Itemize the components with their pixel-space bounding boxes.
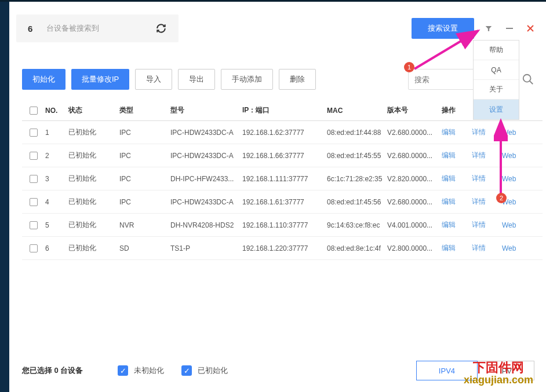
annotation-arrow-2 bbox=[494, 118, 508, 199]
table-row: 5已初始化NVRDH-NVR4208-HDS2192.168.1.110:377… bbox=[22, 214, 543, 237]
col-header-model: 型号 bbox=[170, 105, 242, 115]
annotation-arrow-1 bbox=[406, 27, 487, 74]
cell-no: 6 bbox=[45, 244, 68, 252]
cell-version: V2.800.0000... bbox=[387, 244, 442, 252]
refresh-icon[interactable] bbox=[155, 23, 167, 34]
manual-add-button[interactable]: 手动添加 bbox=[221, 69, 273, 90]
svg-line-5 bbox=[530, 81, 533, 85]
cell-status: 已初始化 bbox=[68, 197, 119, 207]
table-row: 6已初始化SDTS1-P192.168.1.220:3777708:ed:ed:… bbox=[22, 237, 543, 260]
table-row: 1已初始化IPCIPC-HDW2433DC-A192.168.1.62:3777… bbox=[22, 121, 543, 144]
cell-mac: 08:ed:ed:1f:44:88 bbox=[327, 129, 387, 137]
edit-link[interactable]: 编辑 bbox=[442, 243, 472, 253]
uninitialized-checkbox[interactable]: ✓ bbox=[118, 365, 128, 376]
device-count-number: 6 bbox=[28, 24, 32, 34]
table-row: 3已初始化IPCDH-IPC-HFW2433...192.168.1.111:3… bbox=[22, 167, 543, 190]
watermark-line2: xiagujian.com bbox=[464, 375, 533, 386]
cell-model: IPC-HDW2433DC-A bbox=[170, 152, 242, 160]
row-checkbox[interactable] bbox=[30, 244, 38, 252]
row-checkbox[interactable] bbox=[30, 221, 38, 229]
select-all-checkbox[interactable] bbox=[30, 107, 38, 115]
cell-mac: 6c:1c:71:28:e2:35 bbox=[327, 175, 387, 183]
cell-status: 已初始化 bbox=[68, 220, 119, 230]
cell-mac: 08:ed:ed:8e:1c:4f bbox=[327, 244, 387, 252]
col-header-status: 状态 bbox=[68, 105, 119, 115]
row-checkbox[interactable] bbox=[30, 129, 38, 137]
web-link[interactable]: Web bbox=[502, 221, 525, 229]
cell-type: IPC bbox=[119, 175, 170, 183]
cell-model: IPC-HDW2433DC-A bbox=[170, 129, 242, 137]
initialized-label: 已初始化 bbox=[198, 365, 228, 376]
delete-button[interactable]: 删除 bbox=[279, 69, 316, 90]
cell-type: IPC bbox=[119, 129, 170, 137]
cell-version: V4.001.0000... bbox=[387, 221, 442, 229]
cell-model: TS1-P bbox=[170, 244, 242, 252]
cell-version: V2.680.0000... bbox=[387, 152, 442, 160]
row-checkbox[interactable] bbox=[30, 152, 38, 160]
cell-ip: 192.168.1.66:37777 bbox=[242, 152, 327, 160]
device-count-box: 6 台设备被搜索到 bbox=[16, 14, 179, 42]
uninitialized-label: 未初始化 bbox=[134, 365, 164, 376]
cell-status: 已初始化 bbox=[68, 127, 119, 137]
minimize-icon[interactable] bbox=[505, 24, 514, 32]
cell-ip: 192.168.1.62:37777 bbox=[242, 129, 327, 137]
initialize-button[interactable]: 初始化 bbox=[22, 69, 65, 90]
edit-link[interactable]: 编辑 bbox=[442, 151, 472, 160]
row-checkbox[interactable] bbox=[30, 198, 38, 206]
cell-mac: 08:ed:ed:1f:45:55 bbox=[327, 152, 387, 160]
col-header-mac: MAC bbox=[327, 107, 387, 115]
table-row: 2已初始化IPCIPC-HDW2433DC-A192.168.1.66:3777… bbox=[22, 144, 543, 167]
web-link[interactable]: Web bbox=[502, 244, 525, 252]
col-header-no: NO. bbox=[45, 107, 68, 115]
edit-link[interactable]: 编辑 bbox=[442, 174, 472, 184]
search-icon[interactable] bbox=[522, 73, 534, 86]
cell-no: 5 bbox=[45, 221, 68, 229]
cell-mac: 08:ed:ed:1f:45:56 bbox=[327, 198, 387, 206]
import-button[interactable]: 导入 bbox=[135, 69, 172, 90]
cell-ip: 192.168.1.220:37777 bbox=[242, 244, 327, 252]
edit-link[interactable]: 编辑 bbox=[442, 127, 472, 137]
cell-model: IPC-HDW2433DC-A bbox=[170, 198, 242, 206]
cell-no: 2 bbox=[45, 152, 68, 160]
edit-link[interactable]: 编辑 bbox=[442, 220, 472, 230]
cell-ip: 192.168.1.111:37777 bbox=[242, 175, 327, 183]
watermark: 下固件网 xiagujian.com bbox=[464, 361, 533, 386]
cell-model: DH-IPC-HFW2433... bbox=[170, 175, 242, 183]
cell-no: 3 bbox=[45, 175, 68, 183]
cell-version: V2.820.0000... bbox=[387, 175, 442, 183]
edit-link[interactable]: 编辑 bbox=[442, 197, 472, 207]
table-row: 4已初始化IPCIPC-HDW2433DC-A192.168.1.61:3777… bbox=[22, 190, 543, 214]
selected-count-label: 您已选择 0 台设备 bbox=[22, 365, 83, 376]
col-header-operation: 操作 bbox=[442, 105, 472, 115]
dropdown-item-about[interactable]: 关于 bbox=[474, 80, 519, 100]
batch-modify-ip-button[interactable]: 批量修改IP bbox=[71, 69, 129, 90]
col-header-ip: IP：端口 bbox=[242, 105, 327, 115]
svg-line-7 bbox=[414, 31, 478, 69]
row-checkbox[interactable] bbox=[30, 175, 38, 183]
initialized-checkbox[interactable]: ✓ bbox=[181, 365, 192, 376]
cell-type: NVR bbox=[119, 221, 170, 229]
close-icon[interactable] bbox=[526, 24, 534, 32]
annotation-marker-2: 2 bbox=[496, 193, 507, 203]
cell-type: IPC bbox=[119, 198, 170, 206]
detail-link[interactable]: 详情 bbox=[472, 220, 502, 230]
cell-ip: 192.168.1.61:37777 bbox=[242, 198, 327, 206]
col-header-type: 类型 bbox=[119, 105, 170, 115]
dropdown-item-settings[interactable]: 设置 bbox=[474, 100, 519, 119]
detail-link[interactable]: 详情 bbox=[472, 243, 502, 253]
cell-version: V2.680.0000... bbox=[387, 129, 442, 137]
device-count-label: 台设备被搜索到 bbox=[46, 23, 99, 34]
svg-point-4 bbox=[523, 75, 531, 82]
cell-type: IPC bbox=[119, 152, 170, 160]
watermark-line1: 下固件网 bbox=[464, 361, 533, 375]
cell-status: 已初始化 bbox=[68, 151, 119, 160]
col-header-version: 版本号 bbox=[387, 105, 442, 115]
cell-status: 已初始化 bbox=[68, 174, 119, 184]
cell-mac: 9c:14:63:ce:f8:ec bbox=[327, 221, 387, 229]
cell-type: SD bbox=[119, 244, 170, 252]
annotation-marker-1: 1 bbox=[404, 62, 414, 72]
cell-version: V2.680.0000... bbox=[387, 198, 442, 206]
table-header: NO. 状态 类型 型号 IP：端口 MAC 版本号 操作 bbox=[22, 100, 543, 121]
export-button[interactable]: 导出 bbox=[178, 69, 215, 90]
cell-ip: 192.168.1.110:37777 bbox=[242, 221, 327, 229]
